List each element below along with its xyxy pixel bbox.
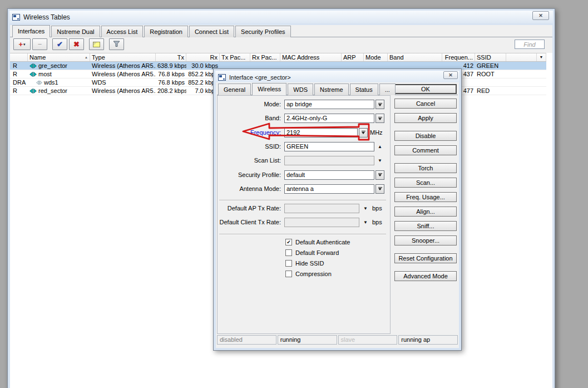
add-button[interactable]: +▾ [13,38,31,50]
field-input-antenna-mode[interactable]: antenna a [284,184,374,194]
checkbox-default-authenticate[interactable]: ✔ [285,239,292,245]
interface-name: gre_sector [38,62,67,70]
column-header-tx[interactable]: Tx [156,53,186,61]
filter-button[interactable] [109,38,124,50]
field-row-frequency: Frequency:2192MHz [218,128,390,137]
column-header-name[interactable]: Name▲ [28,53,90,61]
checkbox-label-default-authenticate: Default Authenticate [295,238,350,247]
field-input-frequency[interactable]: 2192 [284,128,358,137]
disable-button[interactable]: Disable [394,131,457,141]
disable-button[interactable]: ✖ [69,38,84,50]
field-label-scan-list: Scan List: [218,156,281,165]
dialog-tab-general[interactable]: General [218,84,251,95]
scan-button[interactable]: Scan... [394,178,457,188]
field-input-security-profile[interactable]: default [284,170,374,180]
field-input-default-client-tx-rate[interactable] [284,218,359,227]
comment-button[interactable] [89,38,104,50]
advanced-mode-button[interactable]: Advanced Mode [394,271,457,281]
field-dropdown-band[interactable] [375,114,384,123]
field-down-arrow-default-client-tx-rate[interactable]: ▼ [363,220,368,225]
column-header-flags[interactable] [10,53,28,61]
field-label-frequency: Frequency: [218,128,281,137]
column-header-mac-address[interactable]: MAC Address [280,53,342,61]
cell-name: red_sector [28,87,90,95]
field-down-arrow-scan-list[interactable]: ▼ [378,158,382,163]
field-dropdown-security-profile[interactable] [375,170,384,180]
field-input-mode[interactable]: ap bridge [284,100,374,109]
cell-type: WDS [90,78,156,86]
cancel-button[interactable]: Cancel [394,99,457,109]
column-header-ssid[interactable]: SSID [475,53,506,61]
dialog-button-column: OKCancelApplyDisableCommentTorchScan...F… [394,82,457,348]
window-icon [12,14,20,21]
dialog-tab-nstreme[interactable]: Nstreme [314,84,349,95]
snooper-button[interactable]: Snooper... [394,235,457,245]
tab-security-profiles[interactable]: Security Profiles [235,26,290,37]
tab-interfaces[interactable]: Interfaces [12,25,50,37]
column-header-mode[interactable]: Mode [364,53,388,61]
field-label-antenna-mode: Antenna Mode: [218,184,281,194]
find-button[interactable]: Find [515,40,545,49]
tab-registration[interactable]: Registration [144,26,188,37]
dialog-tab-wds[interactable]: WDS [288,84,313,95]
tab-connect-list[interactable]: Connect List [189,26,234,37]
column-label-rx_pac: Rx Pac... [252,54,277,61]
checkbox-hide-ssid[interactable] [285,260,292,267]
remove-button[interactable]: − [32,38,47,50]
interface-dialog: Interface <gre_sector> ✕ GeneralWireless… [213,68,462,351]
find-label: Find [523,41,535,48]
column-header-filler[interactable] [506,53,537,61]
comment-icon [93,42,100,47]
field-input-band[interactable]: 2.4GHz-only-G [284,114,374,123]
column-label-mode: Mode [365,54,381,61]
sniff-button[interactable]: Sniff... [394,221,457,231]
dialog-tab-status[interactable]: Status [350,84,378,95]
field-row-default-client-tx-rate: Default Client Tx Rate:▼bps [218,218,390,227]
cell-flags: R [10,87,28,95]
column-label-ssid: SSID [477,54,491,61]
column-header-rx-pac[interactable]: Rx Pac... [250,53,280,61]
wireless-interface-icon [29,89,37,94]
tab-nstreme-dual[interactable]: Nstreme Dual [51,26,100,37]
column-header-band[interactable]: Band [388,53,442,61]
align-button[interactable]: Align... [394,207,457,217]
checkbox-compression[interactable] [285,271,292,277]
field-input-scan-list[interactable] [284,156,374,165]
reset-configuration-button[interactable]: Reset Configuration [394,253,457,263]
checkbox-label-compression: Compression [295,269,332,278]
column-header-frequen[interactable]: Frequen... [442,53,475,61]
dialog-tab-wireless[interactable]: Wireless [252,83,286,95]
field-dropdown-frequency[interactable] [359,128,368,137]
apply-button[interactable]: Apply [394,113,457,123]
checkbox-default-forward[interactable] [285,249,292,256]
field-input-default-ap-tx-rate[interactable] [284,204,359,213]
field-dropdown-mode[interactable] [375,100,384,109]
enable-button[interactable]: ✔ [52,38,67,50]
torch-button[interactable]: Torch [394,163,457,173]
column-header-arp[interactable]: ARP [342,53,364,61]
field-dropdown-antenna-mode[interactable] [375,184,384,194]
table-menu-button[interactable]: ▼ [537,53,546,61]
checkbox-label-default-forward: Default Forward [295,248,339,257]
cell-ssid: GREEN [475,62,506,70]
table-header: Name▲TypeTxRxTx Pac...Rx Pac...MAC Addre… [10,53,546,62]
field-down-arrow-default-ap-tx-rate[interactable]: ▼ [363,206,368,211]
field-up-arrow-ssid[interactable]: ▲ [378,144,382,149]
freq-usage-button[interactable]: Freq. Usage... [394,192,457,202]
tab-access-list[interactable]: Access List [101,26,144,37]
column-header-rx[interactable]: Rx [186,53,220,61]
column-header-tx-pac[interactable]: Tx Pac... [220,53,250,61]
interface-name: wds1 [44,78,58,86]
dialog-close-button[interactable]: ✕ [443,71,458,79]
status-slave: slave [338,335,398,345]
close-button[interactable]: ✕ [532,11,549,20]
wireless-settings-panel: Mode:ap bridgeBand:2.4GHz-only-GFrequenc… [217,95,391,334]
desktop: Wireless Tables ✕ InterfacesNstreme Dual… [0,0,588,388]
cell-tx: 638.9 kbps [156,62,186,70]
ok-button[interactable]: OK [394,84,457,94]
dialog-tab-blank[interactable]: ... [379,84,396,95]
comment-button[interactable]: Comment [394,145,457,155]
dialog-icon [218,74,226,81]
column-header-type[interactable]: Type [90,53,156,61]
field-input-ssid[interactable]: GREEN [284,142,374,151]
